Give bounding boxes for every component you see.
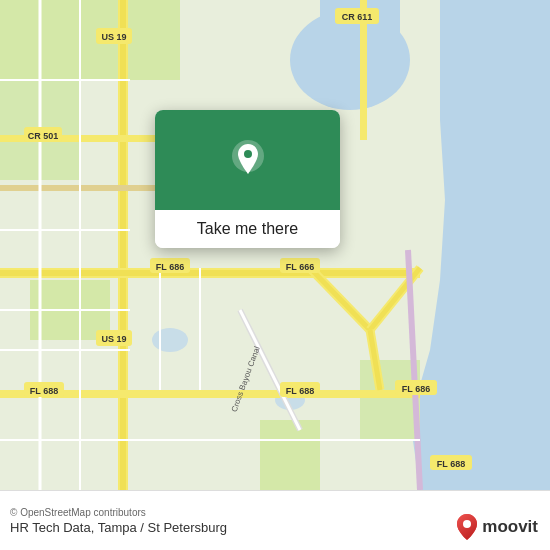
label-fl688-mid: FL 688	[286, 386, 314, 396]
svg-point-5	[152, 328, 188, 352]
label-fl686-left: FL 686	[156, 262, 184, 272]
label-cr501-left: CR 501	[28, 131, 59, 141]
label-cr611: CR 611	[342, 12, 373, 22]
svg-rect-7	[0, 0, 180, 80]
map-container: CR 611 US 19 CR 501 CR 501 FL 686 FL 666…	[0, 0, 550, 490]
label-us19-bot: US 19	[101, 334, 126, 344]
moovit-pin-icon	[456, 514, 478, 540]
label-us19-top: US 19	[101, 32, 126, 42]
label-fl666-mid: FL 666	[286, 262, 314, 272]
popup-green-area	[155, 110, 340, 210]
svg-rect-13	[120, 0, 126, 490]
map-pin-icon	[226, 138, 270, 182]
label-fl688-left: FL 688	[30, 386, 58, 396]
svg-rect-11	[360, 360, 420, 440]
moovit-wordmark: moovit	[482, 517, 538, 537]
popup-label-area[interactable]: Take me there	[155, 210, 340, 248]
svg-point-51	[463, 520, 471, 528]
bottom-bar: © OpenStreetMap contributors HR Tech Dat…	[0, 490, 550, 550]
svg-rect-10	[260, 420, 320, 490]
popup-label[interactable]: Take me there	[197, 220, 298, 237]
label-fl686-right: FL 686	[402, 384, 430, 394]
moovit-logo: moovit	[456, 514, 538, 540]
label-fl688-right: FL 688	[437, 459, 465, 469]
svg-rect-18	[0, 270, 420, 276]
popup-card: Take me there	[155, 110, 340, 248]
svg-point-50	[244, 150, 252, 158]
